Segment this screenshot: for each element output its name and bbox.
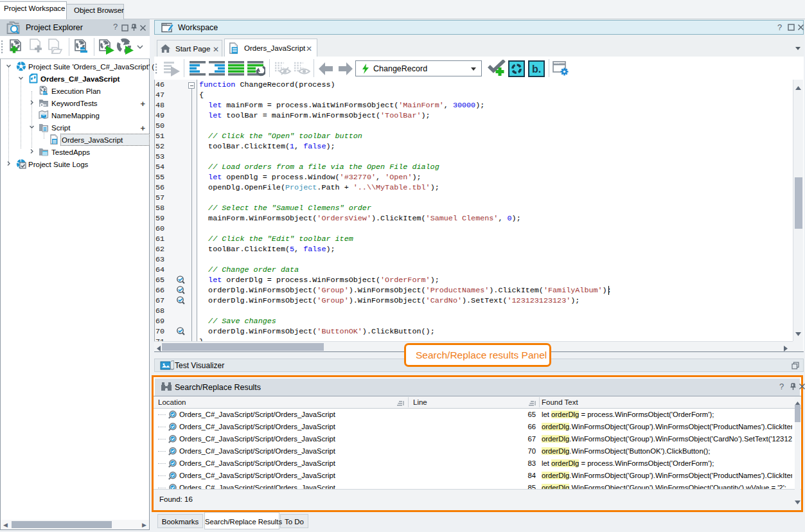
svg-text:b.: b. [532,64,541,75]
